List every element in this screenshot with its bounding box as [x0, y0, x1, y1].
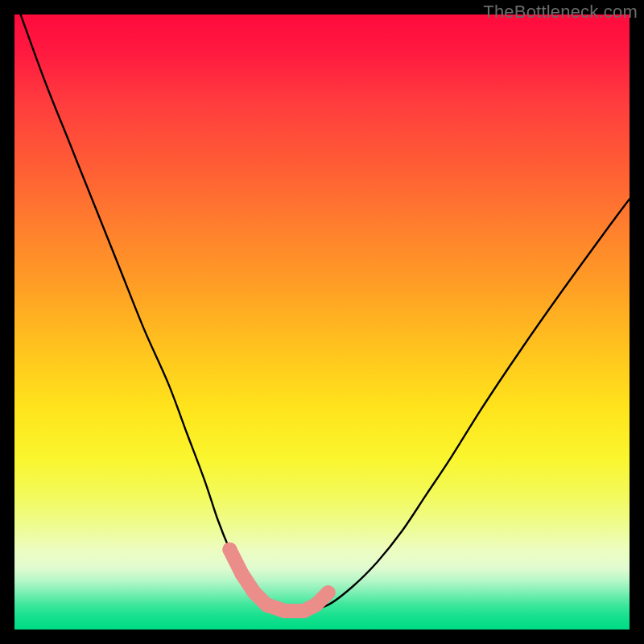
- trough-marker-dot: [296, 604, 311, 618]
- trough-marker-dot: [321, 585, 336, 600]
- trough-marker-dot: [247, 585, 262, 600]
- trough-marker-group: [222, 543, 335, 618]
- trough-marker-dot: [222, 543, 237, 557]
- chart-svg: [14, 14, 630, 630]
- chart-area: [14, 14, 630, 630]
- trough-marker-dot: [308, 597, 323, 612]
- bottleneck-curve-line: [21, 14, 630, 612]
- trough-marker-dot: [278, 604, 292, 618]
- trough-marker-dot: [259, 597, 274, 612]
- watermark-text: TheBottleneck.com: [483, 2, 638, 23]
- trough-marker-dot: [235, 567, 250, 581]
